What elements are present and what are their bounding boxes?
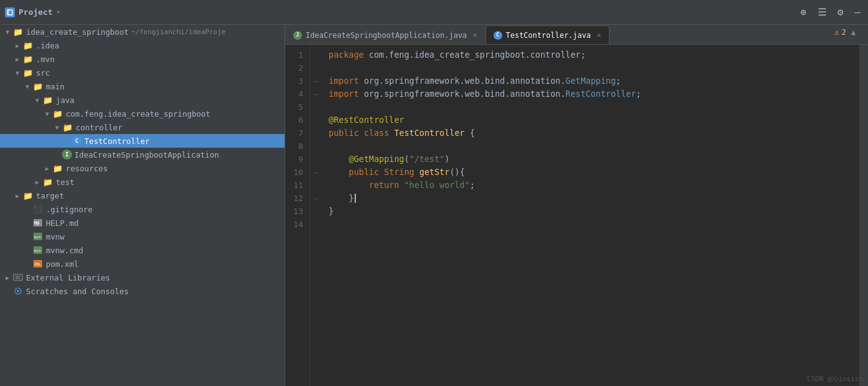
warning-count: 2 — [842, 28, 846, 37]
top-bar: Project ▾ ⊕ ☰ ⚙ — — [0, 0, 868, 25]
root-path: ~/fengjianchi/ideaProje — [131, 28, 226, 36]
tab-close-button[interactable]: ✕ — [473, 31, 477, 39]
code-line: } — [329, 205, 853, 218]
md-icon: MD — [32, 218, 43, 227]
java-class-icon: C — [72, 136, 82, 146]
item-label: External Libraries — [26, 273, 110, 282]
sidebar-item-helpmd[interactable]: MD HELP.md — [0, 216, 285, 230]
code-line: @RestController — [329, 114, 853, 127]
folder-icon: 📁 — [22, 41, 33, 50]
fold-marker[interactable]: – — [310, 74, 322, 88]
sidebar-item-mvnw[interactable]: mvn mvnw — [0, 230, 285, 243]
code-line: public String getStr(){ — [329, 166, 853, 179]
xml-icon: XML — [32, 259, 43, 268]
tab-ideacreate[interactable]: J IdeaCreateSpringbootApplication.java ✕ — [285, 25, 485, 44]
code-line — [329, 140, 853, 153]
code-line: public class TestController { — [329, 127, 853, 140]
code-content[interactable]: package com.feng.idea_create_springboot.… — [322, 45, 859, 386]
sidebar-item-pomxml[interactable]: XML pom.xml — [0, 257, 285, 271]
folder-icon: 📁 — [42, 177, 53, 186]
sidebar-item-java[interactable]: 📁 java — [0, 93, 285, 107]
watermark: CSDN @沁insist — [807, 374, 863, 384]
sidebar-item-external-libraries[interactable]: External Libraries — [0, 271, 285, 284]
code-editor[interactable]: 1 2 3 4 5 6 7 8 9 10 11 12 13 14 – – — [285, 45, 868, 386]
sidebar-item-idea[interactable]: 📁 .idea — [0, 38, 285, 52]
chevron-icon — [12, 192, 22, 199]
code-line: return "hello world"; — [329, 179, 853, 192]
cmd-icon: mvn — [32, 246, 43, 254]
sidebar-item-src[interactable]: 📁 src — [0, 66, 285, 79]
project-title[interactable]: Project — [19, 7, 53, 17]
fold-marker[interactable]: – — [310, 166, 322, 179]
mvnw-icon: mvn — [32, 232, 43, 241]
minimize-button[interactable]: — — [852, 5, 863, 19]
item-label: .idea — [36, 41, 60, 50]
folder-icon: 📁 — [22, 191, 33, 200]
tab-close-button[interactable]: ✕ — [597, 31, 601, 39]
add-button[interactable]: ⊕ — [798, 5, 809, 19]
code-line: @GetMapping("/test") — [329, 153, 853, 166]
scrollbar[interactable] — [859, 45, 868, 386]
sidebar-item-resources[interactable]: 📁 resources — [0, 161, 285, 175]
folder-icon: 📁 — [52, 164, 63, 173]
tab-label: TestController.java — [506, 31, 591, 40]
folder-icon: 📁 — [52, 109, 63, 118]
chevron-icon — [32, 97, 42, 104]
sidebar-item-ideacreate[interactable]: I IdeaCreateSpringbootApplication — [0, 148, 285, 161]
chevron-icon — [12, 42, 22, 49]
tabs-bar: J IdeaCreateSpringbootApplication.java ✕… — [285, 25, 868, 45]
sidebar-item-mvnwcmd[interactable]: mvn mvnw.cmd — [0, 243, 285, 257]
item-label: .mvn — [36, 55, 55, 64]
sidebar-item-target[interactable]: 📁 target — [0, 189, 285, 202]
chevron-icon — [42, 110, 52, 117]
editor-area: J IdeaCreateSpringbootApplication.java ✕… — [285, 25, 868, 386]
project-chevron[interactable]: ▾ — [56, 8, 61, 16]
folder-icon: 📁 — [22, 68, 33, 77]
sidebar-item-mvn[interactable]: 📁 .mvn — [0, 52, 285, 66]
folder-icon: 📁 — [32, 82, 43, 91]
item-label: controller — [76, 123, 122, 132]
sidebar: 📁 idea_create_springboot ~/fengjianchi/i… — [0, 25, 285, 386]
svg-text:MD: MD — [34, 221, 39, 226]
item-label: TestController — [84, 137, 149, 146]
item-label: .gitignore — [46, 205, 92, 214]
code-line: } — [329, 192, 853, 205]
tab-label: IdeaCreateSpringbootApplication.java — [306, 31, 467, 40]
folder-icon: 📁 — [22, 55, 33, 63]
sidebar-item-main[interactable]: 📁 main — [0, 79, 285, 93]
settings-button[interactable]: ⚙ — [835, 5, 846, 19]
item-label: Scratches and Consoles — [26, 287, 129, 296]
chevron-icon — [32, 179, 42, 186]
item-label: IdeaCreateSpringbootApplication — [74, 150, 219, 159]
folder-icon: 📁 — [42, 96, 53, 104]
code-line — [329, 101, 853, 114]
item-label: pom.xml — [46, 259, 79, 269]
sidebar-item-pkg[interactable]: 📁 com.feng.idea_create_springboot — [0, 107, 285, 120]
chevron-icon — [12, 70, 22, 76]
fold-marker[interactable]: – — [310, 88, 322, 101]
tab-icon: J — [293, 31, 302, 40]
item-label: main — [46, 82, 64, 91]
svg-rect-0 — [7, 10, 12, 15]
sidebar-item-scratches[interactable]: Scratches and Consoles — [0, 284, 285, 298]
layout-button[interactable]: ☰ — [815, 5, 829, 19]
sidebar-item-controller[interactable]: 📁 controller — [0, 120, 285, 134]
chevron-icon — [52, 124, 62, 131]
warning-badge: ⚠ 2 ▲ — [835, 27, 856, 37]
sidebar-item-gitignore[interactable]: ⬛ .gitignore — [0, 202, 285, 216]
tab-icon: C — [494, 31, 502, 40]
chevron-icon — [12, 56, 22, 63]
item-label: java — [56, 96, 74, 105]
item-label: src — [36, 68, 50, 78]
tab-testcontroller[interactable]: C TestController.java ✕ — [485, 25, 609, 44]
item-label: com.feng.idea_create_springboot — [66, 109, 210, 119]
sidebar-item-test[interactable]: 📁 test — [0, 175, 285, 189]
fold-marker[interactable]: – — [310, 192, 322, 205]
code-line — [329, 218, 853, 231]
item-label: mvnw.cmd — [46, 246, 83, 255]
scroll-up-icon[interactable]: ▲ — [851, 28, 856, 37]
chevron-icon — [2, 29, 12, 35]
sidebar-item-testcontroller[interactable]: C TestController — [0, 134, 285, 148]
sidebar-item-root[interactable]: 📁 idea_create_springboot ~/fengjianchi/i… — [0, 25, 285, 38]
line-numbers: 1 2 3 4 5 6 7 8 9 10 11 12 13 14 — [285, 45, 310, 386]
